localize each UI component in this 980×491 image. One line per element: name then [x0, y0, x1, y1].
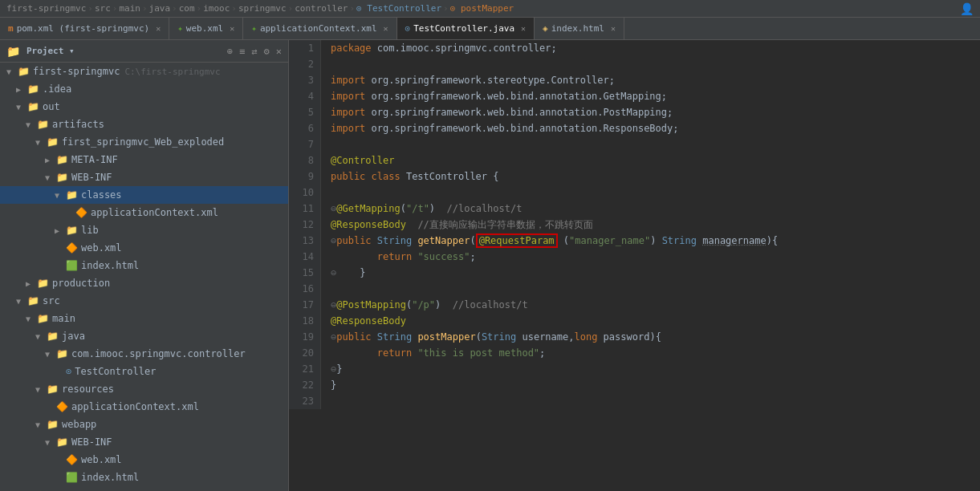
expand-arrow: ▶: [45, 156, 55, 164]
tree-label: lib: [81, 225, 99, 236]
breadcrumb-item[interactable]: main: [119, 3, 140, 14]
line-number: 6: [289, 120, 321, 136]
line-number: 7: [289, 136, 321, 152]
breadcrumb-item[interactable]: imooc: [203, 3, 230, 14]
tree-item-com-pkg[interactable]: ▼ 📁 com.imooc.springmvc.controller: [0, 345, 288, 363]
code-line: 18 @ResponseBody: [289, 313, 980, 329]
add-icon[interactable]: ⊕: [227, 46, 233, 57]
code-line: 17 ⊖@PostMapping("/p") //localhost/t: [289, 297, 980, 313]
tree-label: main: [52, 313, 75, 324]
tab-close-index[interactable]: ✕: [611, 24, 616, 33]
tree-item-idea[interactable]: ▶ 📁 .idea: [0, 80, 288, 98]
tree-item-production[interactable]: ▶ 📁 production: [0, 274, 288, 292]
tree-item-lib[interactable]: ▶ 📁 lib: [0, 221, 288, 239]
tab-close-appctx[interactable]: ✕: [384, 24, 388, 33]
expand-arrow: ▼: [6, 67, 16, 76]
tree-label: first-springmvc: [33, 66, 120, 77]
gear-icon[interactable]: ⚙: [264, 46, 270, 57]
tree-item-root[interactable]: ▼ 📁 first-springmvc C:\first-springmvc: [0, 63, 288, 80]
close-sidebar-icon[interactable]: ✕: [276, 46, 282, 57]
tree-item-out[interactable]: ▼ 📁 out: [0, 98, 288, 116]
code-line: 16: [289, 281, 980, 297]
folder-icon: 📁: [66, 189, 78, 201]
tree-item-test[interactable]: ▼ 📁 test: [0, 486, 288, 491]
tab-label: web.xml: [186, 23, 223, 34]
line-content: ⊖}: [321, 361, 342, 377]
tab-pom[interactable]: m pom.xml (first-springmvc) ✕: [0, 18, 169, 39]
tree-label: first_springmvc_Web_exploded: [62, 136, 224, 148]
tree-item-web-xml[interactable]: 🔶 web.xml: [0, 239, 288, 257]
line-content: import org.springframework.stereotype.Co…: [321, 72, 615, 88]
tree-item-resources[interactable]: ▼ 📁 resources: [0, 380, 288, 398]
tree-item-webapp[interactable]: ▼ 📁 webapp: [0, 416, 288, 433]
tree-item-src[interactable]: ▼ 📁 src: [0, 292, 288, 310]
breadcrumb-item[interactable]: springmvc: [238, 3, 287, 14]
xml-icon: 🔶: [66, 242, 78, 254]
tab-close-pom[interactable]: ✕: [156, 24, 161, 33]
tree-item-testctrl[interactable]: ⊙ TestController: [0, 363, 288, 380]
user-icon[interactable]: 👤: [960, 2, 974, 15]
expand-arrow: ▼: [35, 332, 45, 341]
tree-item-web-inf2[interactable]: ▼ 📁 WEB-INF: [0, 433, 288, 451]
tree-item-java[interactable]: ▼ 📁 java: [0, 327, 288, 345]
tree-item-index2[interactable]: 🟩 index.html: [0, 469, 288, 486]
tab-web[interactable]: ✦ web.xml ✕: [169, 18, 243, 39]
line-content: ⊖public String postMapper(String usernam…: [321, 329, 661, 345]
tab-appctx[interactable]: ✦ applicationContext.xml ✕: [243, 18, 396, 39]
tab-label: applicationContext.xml: [260, 23, 377, 34]
tree-label: applicationContext.xml: [71, 401, 199, 412]
tree-item-index-html[interactable]: 🟩 index.html: [0, 257, 288, 274]
breadcrumb-item[interactable]: first-springmvc: [6, 3, 86, 14]
tree-item-appctx-file[interactable]: 🔶 applicationContext.xml: [0, 204, 288, 221]
code-editor[interactable]: 1 package com.imooc.springmvc.controller…: [289, 40, 980, 491]
tree-item-classes[interactable]: ▼ 📁 classes: [0, 186, 288, 204]
folder-icon: 📁: [56, 154, 68, 165]
html-icon: 🟩: [66, 472, 78, 483]
tree-item-main[interactable]: ▼ 📁 main: [0, 310, 288, 327]
tab-index[interactable]: ◈ index.html ✕: [535, 18, 624, 39]
code-line: 22 }: [289, 377, 980, 393]
line-content: import org.springframework.web.bind.anno…: [321, 88, 667, 104]
expand-arrow: ▼: [26, 314, 35, 323]
sidebar-header: 📁 Project ▾ ⊕ ≡ ⇄ ⚙ ✕: [0, 40, 288, 63]
breadcrumb-item[interactable]: com: [179, 3, 195, 14]
tree-item-web-xml2[interactable]: 🔶 web.xml: [0, 451, 288, 469]
folder-icon: 📁: [56, 436, 68, 448]
tree-item-artifacts[interactable]: ▼ 📁 artifacts: [0, 116, 288, 133]
tab-close-web[interactable]: ✕: [230, 24, 234, 33]
breadcrumb-method[interactable]: ⊙ postMapper: [450, 3, 514, 14]
tab-testctrl[interactable]: ⊙ TestController.java ✕: [397, 18, 535, 39]
line-number: 2: [289, 56, 321, 72]
tab-icon-x2: ✦: [251, 23, 257, 34]
breadcrumb-item[interactable]: java: [149, 3, 171, 14]
line-content: ⊖@PostMapping("/p") //localhost/t: [321, 297, 528, 313]
tree-item-web-exploded[interactable]: ▼ 📁 first_springmvc_Web_exploded: [0, 133, 288, 151]
folder-icon: 📁: [37, 119, 49, 130]
expand-arrow: ▼: [45, 173, 55, 182]
code-line: 20 return "this is post method";: [289, 345, 980, 361]
folder-icon: 📁: [27, 295, 39, 306]
sidebar: 📁 Project ▾ ⊕ ≡ ⇄ ⚙ ✕ ▼ 📁 first-springmv…: [0, 40, 289, 491]
line-number: 14: [289, 249, 321, 265]
breadcrumb-controller[interactable]: ⊙ TestController: [356, 3, 441, 14]
tree-item-meta-inf[interactable]: ▶ 📁 META-INF: [0, 151, 288, 168]
tree-label: resources: [62, 383, 114, 395]
expand-arrow: ▶: [26, 279, 35, 288]
folder-icon: 📁: [47, 136, 59, 148]
code-line: 23: [289, 393, 980, 409]
folder-icon: 📁: [56, 348, 68, 359]
tree-item-appctx2[interactable]: 🔶 applicationContext.xml: [0, 398, 288, 416]
line-content: @ResponseBody: [321, 313, 406, 329]
code-line: 10: [289, 185, 980, 201]
tab-close-testctrl[interactable]: ✕: [521, 24, 526, 33]
sync-icon[interactable]: ⇄: [251, 46, 257, 57]
tab-label: pom.xml (first-springmvc): [17, 23, 150, 34]
code-line: 14 return "success";: [289, 249, 980, 265]
line-number: 18: [289, 313, 321, 329]
expand-arrow: ▼: [35, 138, 45, 147]
code-line: 13 ⊖public String getNapper(@RequestPara…: [289, 233, 980, 249]
list-icon[interactable]: ≡: [239, 46, 245, 57]
breadcrumb-item[interactable]: controller: [295, 3, 348, 14]
tree-item-web-inf[interactable]: ▼ 📁 WEB-INF: [0, 168, 288, 186]
breadcrumb-item[interactable]: src: [95, 3, 111, 14]
